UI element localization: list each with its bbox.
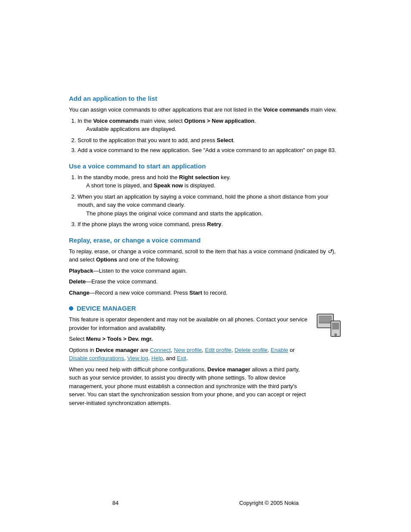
section-use-voice-title: Use a voice command to start an applicat… [69,162,342,170]
device-manager-select: Select Menu > Tools > Dev. mgr. [69,335,308,343]
svg-point-7 [335,334,337,336]
add-app-step-2: Scroll to the application that you want … [78,136,342,145]
section-replay: Replay, erase, or change a voice command… [69,236,342,297]
bullet-icon [69,306,73,311]
use-voice-step-3: If the phone plays the wrong voice comma… [78,220,342,229]
use-voice-step-2: When you start an application by saying … [78,193,342,218]
use-voice-step-1: In the standby mode, press and hold the … [78,173,342,190]
replay-intro: To replay, erase, or change a voice comm… [69,247,342,264]
section-add-app-title: Add an application to the list [69,95,342,102]
add-app-intro-end: main view. [309,106,336,113]
section-replay-title: Replay, erase, or change a voice command [69,236,342,244]
footer: 84 Copyright © 2005 Nokia [0,500,411,506]
section-use-voice: Use a voice command to start an applicat… [69,162,342,229]
device-manager-intro: This feature is operator dependent and m… [69,315,308,332]
step1-sub: Available applications are displayed. [86,125,342,134]
device-manager-body: When you need help with difficult phone … [69,365,308,408]
add-app-intro-bold: Voice commands [263,106,309,113]
device-manager-icon [316,313,342,339]
step1-text: In the standby mode, press and hold the … [78,174,230,180]
step2-sub: The phone plays the original voice comma… [86,209,342,218]
replay-delete: Delete—Erase the voice command. [69,277,342,286]
device-manager-content: This feature is operator dependent and m… [69,315,308,410]
replay-change: Change—Record a new voice command. Press… [69,289,342,297]
copyright: Copyright © 2005 Nokia [239,500,299,506]
page-number: 84 [112,500,118,506]
section-device-manager: DEVICE MANAGER This feature is operator … [69,305,342,410]
voice-icon: ↺ [327,248,332,255]
device-manager-title-text: DEVICE MANAGER [77,305,136,312]
add-app-step-1: In the Voice commands main view, select … [78,117,342,134]
section-device-manager-title: DEVICE MANAGER [69,305,342,312]
add-app-intro-text: You can assign voice commands to other a… [69,106,263,113]
add-app-intro: You can assign voice commands to other a… [69,106,342,114]
step1-text: In the Voice commands main view, select … [78,118,256,124]
add-app-steps: In the Voice commands main view, select … [78,117,342,155]
section-add-app: Add an application to the list You can a… [69,95,342,155]
svg-rect-1 [319,316,332,324]
replay-playback: Playback—Listen to the voice command aga… [69,267,342,275]
use-voice-steps: In the standby mode, press and hold the … [78,173,342,229]
device-manager-header: This feature is operator dependent and m… [69,315,342,410]
device-manager-options: Options in Device manager are Connect, N… [69,346,308,363]
step1-sub: A short tone is played, and Speak now is… [86,181,342,190]
svg-rect-6 [332,323,339,330]
page: Add an application to the list You can a… [0,0,411,532]
add-app-step-3: Add a voice command to the new applicati… [78,146,342,155]
